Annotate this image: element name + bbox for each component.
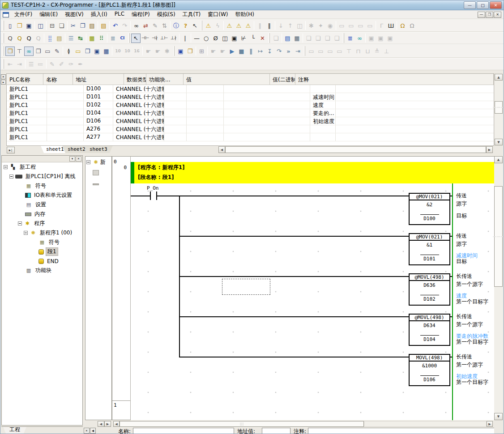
- print-icon[interactable]: ⊟: [47, 21, 57, 30]
- tree-item-symbols[interactable]: 符号: [2, 181, 82, 191]
- tree-item-function-blocks[interactable]: 功能块: [2, 266, 82, 275]
- force-off-icon[interactable]: ☛: [153, 47, 162, 56]
- operand-source[interactable]: D634: [410, 321, 449, 328]
- operand-dest[interactable]: D102: [410, 295, 449, 302]
- operand-source[interactable]: &2: [410, 200, 449, 208]
- scroll-down-icon[interactable]: [495, 139, 503, 145]
- ci-icon[interactable]: CI: [118, 34, 127, 43]
- mdi-close-button[interactable]: ✕: [494, 12, 501, 18]
- menu-item[interactable]: 工具(T): [179, 10, 205, 19]
- zoom-out-icon[interactable]: Q: [34, 34, 43, 43]
- check-program-icon[interactable]: ⚠: [225, 21, 234, 30]
- print-preview-icon[interactable]: ❏: [57, 21, 66, 30]
- mdi-minimize-button[interactable]: —: [478, 12, 485, 18]
- compare-with-plc-icon[interactable]: ◫: [295, 21, 304, 30]
- vertical-line-icon[interactable]: |: [180, 34, 190, 43]
- check-all-icon[interactable]: ⚠: [243, 21, 253, 30]
- refresh-icon[interactable]: ⊥: [382, 47, 391, 56]
- new-coil-icon[interactable]: ○: [201, 34, 211, 43]
- column-header[interactable]: 值: [184, 74, 270, 85]
- table-row[interactable]: 新PLC1 D102 CHANNEL (十六进制,通道) 速度: [7, 101, 494, 109]
- ladder-vscrollbar[interactable]: [494, 156, 503, 420]
- watch-icon[interactable]: ∞: [355, 34, 364, 43]
- menu-item[interactable]: 窗口(W): [204, 10, 231, 19]
- transfer-to-plc-icon[interactable]: ↓: [276, 21, 286, 30]
- new-or-contact-icon[interactable]: ⊥⊢: [159, 34, 169, 43]
- cycle-time-icon[interactable]: Γ: [377, 21, 386, 30]
- find-icon[interactable]: ∞: [132, 21, 141, 30]
- tree-item-plc[interactable]: 新PLC1[CP1H] 离线: [2, 172, 82, 181]
- lock-edit-icon[interactable]: ✒: [76, 60, 85, 69]
- force-on-icon[interactable]: ☛: [144, 47, 153, 56]
- close-button[interactable]: ✕: [490, 1, 502, 9]
- edit-bar-back-icon[interactable]: ◀: [90, 428, 96, 434]
- mdi-restore-button[interactable]: ❐: [486, 12, 493, 18]
- marquee-icon[interactable]: ▦: [292, 34, 302, 43]
- program-mode-icon[interactable]: ▭: [337, 21, 346, 30]
- scroll-left-icon[interactable]: [113, 421, 120, 427]
- insert-row-icon[interactable]: ❏: [332, 34, 342, 43]
- mnemonics-icon[interactable]: ≣: [108, 34, 118, 43]
- scroll-right-icon[interactable]: [487, 421, 493, 427]
- symbol-table-icon[interactable]: ≣: [346, 34, 355, 43]
- cut-icon[interactable]: ✂: [68, 21, 78, 30]
- scroll-up-icon[interactable]: [494, 156, 503, 163]
- rising-contact-icon[interactable]: ⊬: [239, 34, 248, 43]
- menu-item[interactable]: 插入(I): [87, 10, 111, 19]
- overview-icon[interactable]: ▤: [55, 34, 64, 43]
- properties-window-icon[interactable]: ✎: [52, 47, 62, 56]
- sim-settings-icon[interactable]: ☛: [218, 47, 227, 56]
- sim-step-icon[interactable]: ↦: [256, 47, 265, 56]
- operand-dest[interactable]: D100: [410, 214, 449, 221]
- io-comment-icon[interactable]: ↹: [76, 34, 85, 43]
- tree-item-programs[interactable]: 程序: [2, 219, 82, 228]
- sim-step-over-icon[interactable]: ↷: [274, 47, 284, 56]
- column-header[interactable]: [489, 74, 494, 85]
- selection-rectangle[interactable]: [222, 279, 270, 295]
- symbol-bar-icon[interactable]: ☰: [66, 34, 76, 43]
- menu-item[interactable]: 帮助(H): [232, 10, 258, 19]
- help-icon[interactable]: ?: [181, 21, 190, 30]
- update-monitor-icon[interactable]: ≜: [372, 47, 382, 56]
- sim-online-icon[interactable]: ☛: [209, 47, 218, 56]
- mini-tree-section[interactable]: [85, 178, 111, 189]
- table-row[interactable]: 新PLC1 D104 CHANNEL (十六进制,通道) 要走的...: [7, 109, 494, 117]
- multi-section-view-icon[interactable]: ▤: [283, 34, 292, 43]
- watch-close-button[interactable]: ✕: [1, 74, 6, 79]
- force-status-icon[interactable]: Ω: [398, 21, 407, 30]
- address-input[interactable]: [262, 428, 290, 434]
- new-file-icon[interactable]: ▯: [5, 21, 15, 30]
- column-header[interactable]: 名称: [43, 74, 73, 85]
- new-instruction-detail-icon[interactable]: ▣: [230, 34, 239, 43]
- replace-icon[interactable]: ⇄: [141, 21, 150, 30]
- ladder-diagram[interactable]: [程序名 : 新程序1] [段名称 : 段1] P_On @MOV(021) &…: [131, 156, 494, 420]
- table-row[interactable]: 新PLC1 D101 CHANNEL (十六进制,通道) 减速时间: [7, 93, 494, 101]
- section-transfer-icon[interactable]: ❏: [271, 34, 281, 43]
- new-instruction-icon[interactable]: ◫: [220, 34, 230, 43]
- select-tool-icon[interactable]: ↖: [131, 34, 141, 43]
- menu-item[interactable]: PLC: [111, 10, 128, 19]
- diff-trace-icon[interactable]: ⊔: [363, 47, 372, 56]
- io-dialog-icon[interactable]: ▣: [376, 34, 385, 43]
- grid-icon[interactable]: ⣿: [45, 34, 55, 43]
- minimize-button[interactable]: —: [464, 1, 476, 9]
- scroll-right-icon[interactable]: [486, 146, 493, 153]
- table-row[interactable]: 新PLC1 D100 CHANNEL (十六进制,通道): [7, 85, 494, 93]
- program-online-icon[interactable]: ✱: [307, 21, 316, 30]
- cross-reference-window-icon[interactable]: ❐: [34, 47, 43, 56]
- check-section-icon[interactable]: ⚠: [234, 21, 243, 30]
- pause-monitor-icon[interactable]: ∥: [255, 21, 265, 30]
- dialog-icon[interactable]: ▣: [92, 47, 102, 56]
- operand-dest[interactable]: D106: [410, 375, 449, 383]
- sim-run-icon[interactable]: ▶: [227, 47, 237, 56]
- table-row[interactable]: 新PLC1 A276 CHANNEL (十六进制,通道): [7, 125, 494, 133]
- column-header[interactable]: 功能块...: [146, 74, 184, 85]
- zoom-tool-icon[interactable]: Q: [5, 34, 15, 43]
- indent-rung-icon[interactable]: ⇤: [5, 60, 15, 69]
- edit-annotation-icon[interactable]: ✐: [57, 60, 66, 69]
- workspace-window-icon[interactable]: ❐: [5, 47, 15, 56]
- monitor-run-icon[interactable]: ▭: [356, 21, 365, 30]
- new-or-closed-contact-icon[interactable]: ⊥∤: [169, 34, 178, 43]
- instruction-block-mov-d101[interactable]: @MOV(021) &1 D101: [409, 233, 450, 265]
- zoom-in-icon[interactable]: Q: [24, 34, 34, 43]
